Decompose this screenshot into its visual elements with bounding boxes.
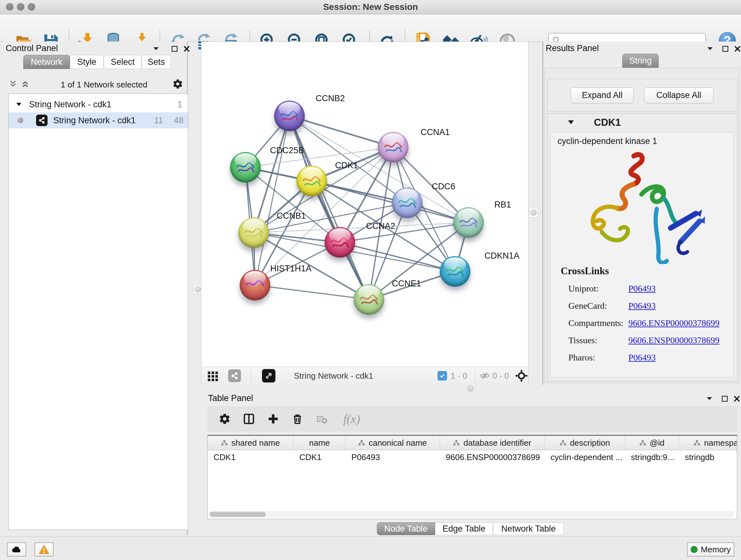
network-view-footer: String Network - cdk1 1 - 0 0 - 0 bbox=[201, 367, 528, 385]
column-type-icon bbox=[694, 440, 700, 446]
network-edge bbox=[255, 116, 289, 285]
tab-select[interactable]: Select bbox=[104, 55, 142, 69]
hidden-counts: 0 - 0 bbox=[492, 371, 509, 381]
network-row-selected[interactable]: String Network - cdk1 11 48 bbox=[9, 112, 188, 128]
delete-column-trash-icon[interactable] bbox=[290, 412, 305, 426]
expand-all-icon[interactable] bbox=[20, 79, 30, 90]
gear-icon[interactable] bbox=[172, 78, 183, 91]
network-node-cdk1[interactable] bbox=[296, 166, 327, 196]
float-panel-icon[interactable] bbox=[171, 45, 178, 54]
warnings-button[interactable] bbox=[35, 543, 54, 557]
network-node-hist1h1a[interactable] bbox=[240, 270, 270, 300]
network-node-ccnb2[interactable] bbox=[274, 101, 305, 131]
network-node-rb1[interactable] bbox=[453, 207, 484, 238]
node-table: shared namenamecanonical namedatabase id… bbox=[207, 435, 737, 519]
column-header-name[interactable]: name bbox=[293, 436, 346, 450]
memory-button[interactable]: Memory bbox=[687, 543, 734, 557]
table-row[interactable]: CDK1CDK1P064939606.ENSP00000378699cyclin… bbox=[208, 450, 737, 464]
table-cell[interactable]: CDK1 bbox=[293, 450, 346, 464]
crosslink-link[interactable]: P06493 bbox=[628, 353, 656, 363]
crosslink-row: Uniprot:P06493 bbox=[568, 280, 728, 297]
selected-checkbox-icon[interactable] bbox=[437, 371, 447, 381]
float-panel-icon[interactable] bbox=[721, 395, 728, 403]
close-panel-icon[interactable] bbox=[733, 395, 740, 403]
node-label-ccne1: CCNE1 bbox=[392, 279, 421, 289]
crosslink-link[interactable]: 9606.ENSP00000378699 bbox=[628, 335, 719, 346]
node-gloss bbox=[444, 257, 466, 271]
delete-table-icon[interactable] bbox=[315, 412, 329, 426]
column-header--id[interactable]: @id bbox=[625, 436, 679, 450]
status-bar: Memory bbox=[0, 537, 741, 560]
tab-edge-table[interactable]: Edge Table bbox=[435, 522, 493, 535]
network-collection-row[interactable]: String Network - cdk1 1 bbox=[9, 97, 188, 112]
collapse-arrow-icon[interactable] bbox=[16, 102, 22, 107]
function-builder-icon[interactable]: f(x) bbox=[339, 412, 364, 426]
scrollbar-thumb[interactable] bbox=[210, 512, 266, 517]
table-settings-gear-icon[interactable] bbox=[218, 412, 232, 426]
network-node-ccnb1[interactable] bbox=[239, 217, 269, 248]
panel-menu-icon[interactable] bbox=[152, 46, 159, 52]
column-header-database-identifier[interactable]: database identifier bbox=[440, 436, 545, 450]
string-network-icon bbox=[36, 115, 48, 126]
float-panel-icon[interactable] bbox=[722, 45, 729, 54]
add-column-icon[interactable] bbox=[266, 412, 280, 426]
tab-network[interactable]: Network bbox=[23, 55, 70, 69]
tab-node-table[interactable]: Node Table bbox=[377, 522, 435, 535]
network-node-ccne1[interactable] bbox=[354, 284, 384, 315]
table-cell[interactable]: CDK1 bbox=[208, 450, 293, 464]
panel-menu-icon[interactable] bbox=[706, 396, 713, 402]
close-panel-icon[interactable] bbox=[183, 45, 190, 54]
hidden-eye-icon[interactable] bbox=[480, 371, 490, 382]
node-result-header[interactable]: CDK1 bbox=[548, 114, 737, 132]
column-label: database identifier bbox=[463, 438, 531, 448]
expand-all-button[interactable]: Expand All bbox=[570, 87, 634, 104]
control-panel: Control Panel NetworkStyleSelectSets 1 o… bbox=[3, 42, 188, 535]
tab-string[interactable]: String bbox=[622, 54, 659, 68]
string-results-pane: Expand All Collapse All CDK1 cyclin-depe… bbox=[544, 68, 740, 383]
table-cell[interactable]: cyclin-dependent ... bbox=[545, 450, 625, 464]
panel-menu-icon[interactable] bbox=[706, 46, 714, 52]
tab-style[interactable]: Style bbox=[70, 55, 104, 69]
tab-sets[interactable]: Sets bbox=[142, 55, 171, 69]
network-node-cdc25b[interactable] bbox=[230, 152, 261, 183]
crosslink-row: Pharos:P06493 bbox=[568, 349, 728, 366]
birdseye-crosshair-icon[interactable] bbox=[515, 369, 528, 384]
crosslink-label: Pharos: bbox=[568, 353, 628, 363]
edges-layer bbox=[201, 42, 528, 367]
column-header-description[interactable]: description bbox=[545, 436, 625, 450]
column-label: description bbox=[570, 438, 610, 448]
column-type-icon bbox=[639, 440, 646, 446]
open-in-new-icon[interactable] bbox=[262, 369, 275, 382]
cloud-status-button[interactable] bbox=[7, 543, 26, 557]
column-header-canonical-name[interactable]: canonical name bbox=[346, 436, 440, 450]
tab-network-table[interactable]: Network Table bbox=[493, 522, 564, 535]
show-columns-icon[interactable] bbox=[242, 412, 256, 426]
table-cell[interactable]: 9606.ENSP00000378699 bbox=[440, 450, 545, 464]
grid-view-icon[interactable] bbox=[207, 370, 219, 383]
network-row-label: String Network - cdk1 bbox=[53, 116, 136, 125]
network-node-ccna1[interactable] bbox=[378, 132, 408, 163]
collapse-all-button[interactable]: Collapse All bbox=[644, 87, 714, 104]
network-canvas[interactable]: CCNB2CCNA1CDC25BCDK1CDC6RB1CCNB1CCNA2CDK… bbox=[201, 42, 528, 367]
right-splitter-handle[interactable] bbox=[529, 208, 538, 217]
network-node-ccna2[interactable] bbox=[325, 227, 355, 258]
crosslink-link[interactable]: 9606.ENSP00000378699 bbox=[628, 318, 719, 328]
node-label-ccnb2: CCNB2 bbox=[316, 94, 345, 104]
column-header-shared-name[interactable]: shared name bbox=[208, 436, 293, 450]
table-cell[interactable]: stringdb bbox=[679, 450, 737, 464]
close-panel-icon[interactable] bbox=[734, 45, 741, 54]
network-list-header: 1 of 1 Network selected bbox=[8, 77, 187, 92]
network-node-cdkn1a[interactable] bbox=[440, 256, 470, 287]
network-node-cdc6[interactable] bbox=[392, 187, 422, 218]
crosslink-link[interactable]: P06493 bbox=[628, 301, 656, 311]
control-panel-title: Control Panel bbox=[6, 44, 58, 53]
table-cell[interactable]: stringdb:9... bbox=[625, 450, 679, 464]
collapse-arrow-icon[interactable] bbox=[567, 119, 575, 125]
table-cell[interactable]: P06493 bbox=[346, 450, 440, 464]
bottom-splitter-handle[interactable] bbox=[466, 385, 475, 392]
crosslink-link[interactable]: P06493 bbox=[628, 284, 656, 294]
column-header-namespace[interactable]: namespace bbox=[679, 436, 737, 450]
footer-network-name: String Network - cdk1 bbox=[294, 371, 374, 381]
collapse-all-icon[interactable] bbox=[8, 79, 18, 90]
string-network-badge-icon[interactable] bbox=[228, 369, 241, 382]
